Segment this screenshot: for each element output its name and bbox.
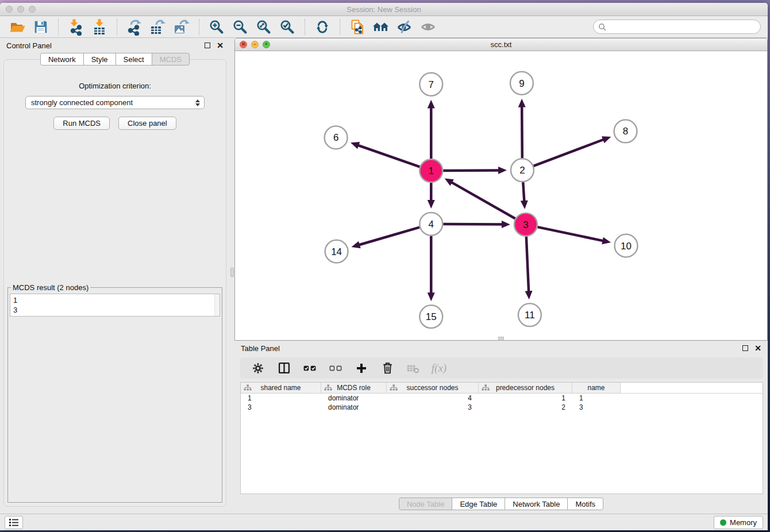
table-options-button[interactable] bbox=[249, 360, 267, 377]
task-history-button[interactable] bbox=[5, 516, 23, 529]
window-minimize-icon[interactable] bbox=[17, 6, 24, 13]
import-network-button[interactable] bbox=[66, 18, 86, 36]
import-table-button[interactable] bbox=[89, 18, 110, 36]
apply-layout-button[interactable] bbox=[312, 18, 333, 36]
graph-edge-3-11[interactable] bbox=[525, 237, 533, 300]
graph-node-8[interactable]: 8 bbox=[614, 120, 637, 143]
float-table-panel-icon[interactable] bbox=[742, 345, 748, 351]
svg-text:14: 14 bbox=[331, 246, 342, 257]
graph-edge-4-14[interactable] bbox=[351, 228, 419, 248]
table-cell[interactable]: 4 bbox=[387, 394, 479, 403]
graph-node-14[interactable]: 14 bbox=[325, 240, 348, 263]
float-panel-icon[interactable] bbox=[205, 43, 210, 48]
close-panel-button[interactable]: Close panel bbox=[118, 117, 176, 130]
table-cell[interactable]: 3 bbox=[241, 403, 321, 412]
zoom-fit-button[interactable] bbox=[253, 18, 274, 36]
table-row[interactable]: 1dominator411 bbox=[241, 394, 763, 403]
export-image-button[interactable] bbox=[171, 18, 192, 36]
control-panel-title: Control Panel bbox=[6, 41, 52, 50]
graph-node-1[interactable]: 1 bbox=[419, 159, 442, 182]
table-cell[interactable]: 1 bbox=[572, 394, 621, 403]
memory-button[interactable]: Memory bbox=[714, 516, 763, 529]
table-cell[interactable]: dominator bbox=[321, 394, 387, 403]
splitter-handle-icon[interactable] bbox=[230, 268, 234, 277]
graph-node-3[interactable]: 3 bbox=[514, 213, 537, 236]
graph-edge-4-15[interactable] bbox=[428, 236, 435, 302]
zoom-in-button[interactable] bbox=[206, 18, 227, 36]
export-network-button[interactable] bbox=[124, 18, 145, 36]
column-header-name[interactable]: name bbox=[572, 383, 621, 393]
graph-edge-1-2[interactable] bbox=[443, 167, 507, 174]
tab-motifs[interactable]: Motifs bbox=[567, 498, 603, 510]
export-table-button[interactable] bbox=[148, 18, 168, 36]
result-scrollbar[interactable] bbox=[214, 294, 220, 316]
table-cell[interactable]: 3 bbox=[572, 403, 621, 412]
tab-network-table[interactable]: Network Table bbox=[505, 498, 568, 510]
table-cell[interactable]: 1 bbox=[241, 394, 321, 403]
open-file-button[interactable] bbox=[7, 18, 28, 36]
show-all-columns-button[interactable] bbox=[301, 360, 318, 377]
graph-edge-2-9[interactable] bbox=[518, 99, 526, 159]
graph-edge-2-3[interactable] bbox=[521, 182, 528, 209]
tab-style[interactable]: Style bbox=[83, 53, 116, 65]
graph-node-6[interactable]: 6 bbox=[325, 126, 348, 149]
duplicate-network-button[interactable] bbox=[347, 18, 368, 36]
canvas-resize-handle-icon[interactable] bbox=[498, 337, 504, 340]
close-table-panel-icon[interactable]: ✕ bbox=[754, 345, 761, 351]
graph-node-7[interactable]: 7 bbox=[419, 73, 442, 96]
search-field[interactable] bbox=[593, 20, 761, 34]
run-mcds-button[interactable]: Run MCDS bbox=[53, 117, 110, 130]
network-minimize-icon[interactable]: − bbox=[251, 41, 259, 48]
criterion-select[interactable]: strongly connected component bbox=[25, 96, 205, 109]
graph-node-15[interactable]: 15 bbox=[419, 305, 442, 328]
graph-node-9[interactable]: 9 bbox=[510, 72, 533, 95]
graph-edge-2-8[interactable] bbox=[534, 136, 611, 166]
table-cell[interactable]: 3 bbox=[387, 403, 479, 412]
table-cell[interactable]: dominator bbox=[321, 403, 387, 412]
window-zoom-icon[interactable] bbox=[29, 6, 36, 13]
graph-edge-1-6[interactable] bbox=[351, 142, 419, 167]
graph-node-4[interactable]: 4 bbox=[419, 213, 442, 236]
save-session-button[interactable] bbox=[30, 18, 51, 36]
graph-node-10[interactable]: 10 bbox=[615, 234, 638, 257]
split-table-view-button[interactable] bbox=[275, 360, 292, 377]
hide-all-columns-button[interactable] bbox=[327, 360, 344, 377]
tab-network[interactable]: Network bbox=[40, 53, 84, 65]
panel-splitter[interactable] bbox=[230, 38, 234, 514]
first-neighbors-button[interactable] bbox=[371, 18, 391, 36]
network-canvas[interactable]: 7968124314101511 bbox=[235, 51, 767, 340]
column-header-successor-nodes[interactable]: successor nodes bbox=[387, 383, 479, 393]
graph-edge-1-4[interactable] bbox=[428, 183, 435, 209]
select-all-columns-icon bbox=[302, 361, 317, 376]
graph-node-11[interactable]: 11 bbox=[518, 303, 541, 326]
table-row[interactable]: 3dominator323 bbox=[241, 403, 763, 412]
graph-edge-3-1[interactable] bbox=[445, 178, 515, 218]
tab-select[interactable]: Select bbox=[116, 53, 152, 65]
delete-column-button[interactable] bbox=[379, 360, 396, 377]
hide-graphics-details-button[interactable] bbox=[394, 18, 415, 36]
show-graphics-details-icon bbox=[419, 18, 437, 36]
search-icon bbox=[598, 23, 606, 31]
svg-text:9: 9 bbox=[519, 78, 524, 89]
window-close-icon[interactable] bbox=[6, 6, 13, 13]
close-panel-icon[interactable]: ✕ bbox=[217, 43, 224, 48]
table-cell[interactable]: 2 bbox=[479, 403, 572, 412]
graph-node-2[interactable]: 2 bbox=[511, 159, 534, 182]
graph-edge-1-7[interactable] bbox=[428, 100, 435, 159]
table-cell[interactable]: 1 bbox=[479, 394, 572, 403]
show-graphics-details-button[interactable] bbox=[418, 18, 438, 36]
column-header-MCDS-role[interactable]: MCDS role bbox=[321, 383, 387, 393]
create-column-button[interactable] bbox=[353, 360, 370, 377]
column-header-predecessor-nodes[interactable]: predecessor nodes bbox=[479, 383, 572, 393]
zoom-selected-button[interactable] bbox=[277, 18, 298, 36]
tab-edge-table[interactable]: Edge Table bbox=[452, 498, 505, 510]
network-maximize-icon[interactable]: + bbox=[263, 41, 270, 48]
column-header-shared-name[interactable]: shared name bbox=[241, 383, 321, 393]
tab-mcds[interactable]: MCDS bbox=[152, 53, 190, 65]
graph-edge-4-3[interactable] bbox=[443, 221, 510, 228]
zoom-out-button[interactable] bbox=[230, 18, 251, 36]
search-input[interactable] bbox=[609, 22, 756, 31]
network-close-icon[interactable]: ✕ bbox=[240, 41, 247, 48]
graph-edge-3-10[interactable] bbox=[537, 227, 611, 244]
tab-node-table[interactable]: Node Table bbox=[399, 498, 453, 510]
